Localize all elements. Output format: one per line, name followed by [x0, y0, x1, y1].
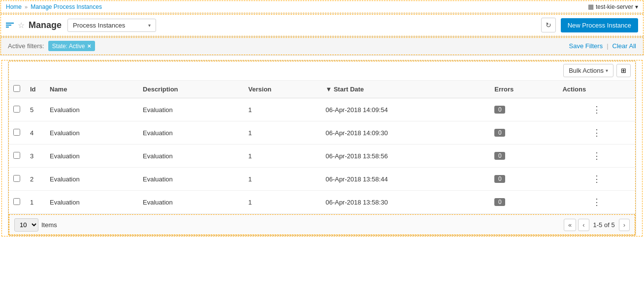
row-name: Evaluation: [45, 98, 138, 121]
row-start-date: 06-Apr-2018 13:58:56: [321, 145, 489, 168]
table-container: Bulk Actions ▾ ⊞ Id Name Description Ver…: [8, 60, 636, 236]
errors-badge: 0: [494, 198, 505, 206]
process-instances-dropdown[interactable]: Process Instances ▾: [67, 19, 156, 32]
row-id: 1: [25, 191, 45, 214]
breadcrumb-sep-1: »: [25, 4, 28, 10]
server-caret-icon: ▾: [635, 3, 638, 10]
bulk-actions-label: Bulk Actions: [569, 67, 604, 74]
errors-badge: 0: [494, 106, 505, 114]
row-description: Evaluation: [138, 168, 243, 191]
bulk-actions-caret-icon: ▾: [606, 68, 608, 73]
filter-icon[interactable]: [6, 23, 14, 28]
row-id: 3: [25, 145, 45, 168]
breadcrumb-manage-process[interactable]: Manage Process Instances: [31, 3, 102, 10]
state-active-filter-tag: State: Active ×: [48, 41, 95, 51]
row-name: Evaluation: [45, 145, 138, 168]
manage-label: Manage: [29, 20, 62, 30]
refresh-button[interactable]: ↻: [541, 18, 556, 32]
row-checkbox[interactable]: [13, 129, 20, 136]
filters-left: Active filters: State: Active ×: [8, 41, 95, 51]
main-toolbar: ☆ Manage Process Instances ▾ ↻ New Proce…: [0, 14, 644, 37]
filter-sep: |: [607, 42, 608, 50]
columns-toggle-button[interactable]: ⊞: [616, 64, 631, 77]
row-errors: 0: [489, 191, 557, 214]
row-version: 1: [243, 168, 321, 191]
row-kebab-menu[interactable]: ⋮: [589, 173, 604, 185]
row-kebab-menu[interactable]: ⋮: [589, 126, 604, 139]
row-name: Evaluation: [45, 121, 138, 145]
row-actions: ⋮: [557, 145, 636, 168]
col-id: Id: [25, 81, 45, 98]
row-id: 5: [25, 98, 45, 121]
col-version: Version: [243, 81, 321, 98]
row-start-date: 06-Apr-2018 13:58:44: [321, 168, 489, 191]
row-checkbox-cell: [8, 168, 25, 191]
row-description: Evaluation: [138, 145, 243, 168]
row-start-date: 06-Apr-2018 13:58:30: [321, 191, 489, 214]
breadcrumb-home[interactable]: Home: [6, 3, 22, 10]
row-checkbox[interactable]: [13, 198, 20, 205]
items-per-page: 5 10 15 25 Items: [14, 218, 57, 232]
table-header-bar: Bulk Actions ▾ ⊞: [8, 61, 636, 81]
filter-tag-text: State: Active: [52, 43, 85, 50]
table-footer: 5 10 15 25 Items « ‹ 1-5 of 5 ›: [8, 214, 636, 235]
row-errors: 0: [489, 145, 557, 168]
sort-arrow-icon: ▼: [325, 86, 332, 93]
errors-badge: 0: [494, 175, 505, 183]
row-kebab-menu[interactable]: ⋮: [589, 149, 604, 162]
star-icon[interactable]: ☆: [18, 21, 25, 30]
server-badge[interactable]: ▦ test-kie-server ▾: [588, 3, 638, 10]
row-checkbox[interactable]: [13, 175, 20, 182]
row-version: 1: [243, 191, 321, 214]
row-checkbox[interactable]: [13, 106, 20, 113]
new-process-button[interactable]: New Process Instance: [561, 18, 638, 32]
dropdown-caret-icon: ▾: [148, 23, 151, 28]
col-actions: Actions: [557, 81, 636, 98]
items-label: Items: [41, 221, 57, 229]
row-description: Evaluation: [138, 121, 243, 145]
row-checkbox-cell: [8, 98, 25, 121]
row-start-date: 06-Apr-2018 14:09:54: [321, 98, 489, 121]
errors-badge: 0: [494, 129, 505, 137]
row-checkbox[interactable]: [13, 152, 20, 159]
table-row: 4 Evaluation Evaluation 1 06-Apr-2018 14…: [8, 121, 636, 145]
row-checkbox-cell: [8, 145, 25, 168]
filters-bar: Active filters: State: Active × Save Fil…: [0, 37, 644, 56]
col-start-date[interactable]: ▼ Start Date: [321, 81, 489, 98]
row-checkbox-cell: [8, 191, 25, 214]
row-id: 4: [25, 121, 45, 145]
bulk-actions-button[interactable]: Bulk Actions ▾: [563, 64, 613, 77]
dropdown-value: Process Instances: [73, 22, 125, 29]
row-kebab-menu[interactable]: ⋮: [589, 196, 604, 208]
filter-tag-remove[interactable]: ×: [87, 42, 91, 50]
row-name: Evaluation: [45, 191, 138, 214]
row-kebab-menu[interactable]: ⋮: [589, 103, 604, 116]
select-all-header: [8, 81, 25, 98]
first-page-button[interactable]: «: [564, 219, 576, 231]
clear-all-link[interactable]: Clear All: [612, 42, 636, 50]
row-actions: ⋮: [557, 191, 636, 214]
row-errors: 0: [489, 98, 557, 121]
table-row: 5 Evaluation Evaluation 1 06-Apr-2018 14…: [8, 98, 636, 121]
row-version: 1: [243, 98, 321, 121]
toolbar-right: ↻ New Process Instance: [541, 18, 638, 32]
table-header-row: Id Name Description Version ▼ Start Date…: [8, 81, 636, 98]
row-actions: ⋮: [557, 168, 636, 191]
active-filters-label: Active filters:: [8, 42, 44, 50]
server-icon: ▦: [588, 3, 594, 10]
table-row: 3 Evaluation Evaluation 1 06-Apr-2018 13…: [8, 145, 636, 168]
toolbar-left: ☆ Manage Process Instances ▾: [6, 19, 156, 32]
table-row: 1 Evaluation Evaluation 1 06-Apr-2018 13…: [8, 191, 636, 214]
row-errors: 0: [489, 121, 557, 145]
row-start-date: 06-Apr-2018 14:09:30: [321, 121, 489, 145]
items-per-page-select[interactable]: 5 10 15 25: [14, 218, 38, 232]
prev-page-button[interactable]: ‹: [578, 219, 589, 231]
breadcrumb: Home » Manage Process Instances: [6, 3, 102, 10]
select-all-checkbox[interactable]: [13, 85, 20, 92]
row-id: 2: [25, 168, 45, 191]
col-name: Name: [45, 81, 138, 98]
save-filters-link[interactable]: Save Filters: [569, 42, 603, 50]
errors-badge: 0: [494, 152, 505, 160]
col-errors: Errors: [489, 81, 557, 98]
next-page-button[interactable]: ›: [619, 219, 630, 231]
